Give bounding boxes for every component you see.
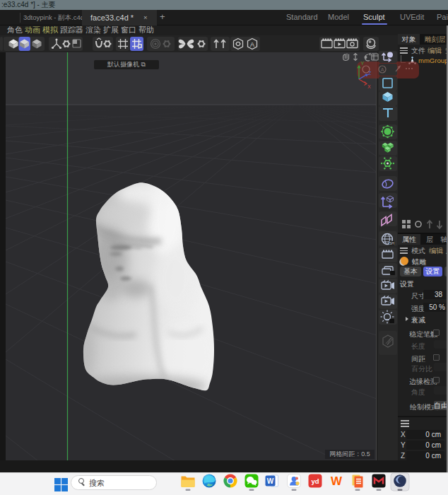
svg-text:A: A [250, 41, 254, 48]
svg-text:A: A [381, 67, 384, 72]
svg-text:W: W [267, 477, 274, 485]
svg-text:SH: SH [389, 241, 394, 245]
svg-text:yd: yd [311, 477, 319, 485]
svg-text:X: X [367, 84, 371, 89]
svg-text:Y: Y [361, 61, 365, 66]
svg-text:W: W [331, 474, 343, 488]
